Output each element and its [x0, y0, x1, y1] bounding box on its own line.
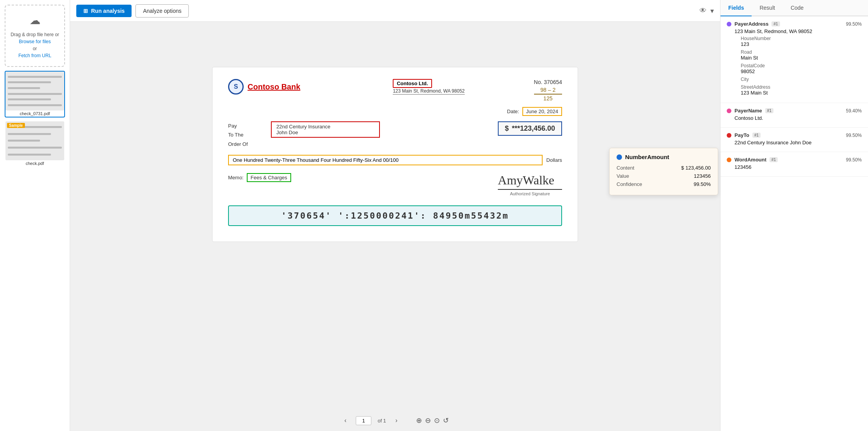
panel-tabs: Fields Result Code [720, 0, 868, 16]
chevron-down-icon[interactable]: ▾ [710, 7, 714, 15]
memo-label: Memo: [228, 175, 244, 180]
run-label: Run analysis [91, 8, 125, 14]
thumb-label-2: check.pdf [5, 160, 64, 166]
eye-icon[interactable]: 👁 [699, 7, 706, 15]
toolbar: ⊞ Run analysis Analyze options 👁 ▾ [70, 0, 720, 22]
toolbar-icons: 👁 ▾ [699, 7, 714, 15]
field-name-payer-address: PayerAddress [734, 21, 768, 27]
tab-result[interactable]: Result [752, 0, 783, 16]
sub-field-streetaddress: StreetAddress 123 Main St [741, 84, 862, 96]
field-header-word-amount: WordAmount #1 99.50% [727, 157, 862, 163]
sub-field-postalcode: PostalCode 98052 [741, 63, 862, 74]
next-page-button[interactable]: › [392, 415, 401, 426]
field-word-amount: WordAmount #1 99.50% 123456 [720, 152, 868, 177]
micr-line: '370654' ':1250000241': 84950m55432m [228, 205, 562, 226]
field-header-payto: PayTo #1 99.50% [727, 132, 862, 138]
amount-box: $ ***123,456.00 [498, 121, 562, 136]
field-dot-payto [727, 133, 731, 138]
doc-viewer[interactable]: S Contoso Bank Contoso Ltd. 123 Main St,… [70, 22, 720, 410]
memo-row: Memo: Fees & Charges [228, 173, 291, 182]
tooltip-confidence-label: Confidence [617, 181, 642, 187]
rotate-icon[interactable]: ↺ [443, 416, 449, 425]
field-value-word-amount: 123456 [734, 164, 862, 170]
tooltip-header: NumberAmount [617, 154, 711, 160]
check-number: No. 370654 [534, 79, 562, 85]
field-badge-payto: #1 [752, 133, 761, 138]
tab-code[interactable]: Code [783, 0, 811, 16]
tab-fields[interactable]: Fields [720, 0, 752, 16]
thumb-img-2: Sample [5, 121, 64, 160]
field-name-payer-name: PayerName [734, 108, 762, 114]
field-confidence-payto: 99.50% [846, 133, 862, 138]
thumb-img-1 [5, 72, 64, 110]
field-confidence-word-amount: 99.50% [846, 157, 862, 163]
field-dot-word-amount [727, 158, 731, 162]
field-header-payer-name: PayerName #1 59.40% [727, 108, 862, 114]
payto-line2: John Doe [276, 130, 374, 135]
drop-zone[interactable]: ☁ Drag & drop file here or Browse for fi… [5, 5, 65, 67]
field-value-payer-address: 123 Main St, Redmond, WA 98052 [734, 28, 862, 34]
dollars-label: Dollars [546, 157, 562, 163]
thumb-label-1: check_0731.pdf [5, 110, 64, 117]
drop-text: Drag & drop file here or [11, 32, 59, 37]
memo-sig-row: Memo: Fees & Charges AmyWalke Authorized… [228, 173, 562, 196]
fetch-link[interactable]: Fetch from URL [18, 53, 51, 58]
page-number-input[interactable] [356, 416, 371, 425]
zoom-controls: ⊕ ⊖ ⊙ ↺ [416, 416, 449, 425]
field-badge-word-amount: #1 [770, 157, 778, 162]
payto-box: 22nd Century Insurance John Doe [271, 121, 380, 138]
zoom-in-icon[interactable]: ⊕ [416, 416, 422, 425]
browse-link[interactable]: Browse for files [19, 39, 51, 44]
date-value: June 20, 2024 [522, 107, 562, 116]
number-amount-tooltip: NumberAmount Content $ 123,456.00 Value … [609, 148, 718, 195]
zoom-out-icon[interactable]: ⊖ [425, 416, 431, 425]
field-title-row-name: PayerName #1 [727, 108, 773, 114]
field-payto: PayTo #1 99.50% 22nd Century Insurance J… [720, 128, 868, 152]
upload-icon: ☁ [9, 12, 60, 29]
run-analysis-button[interactable]: ⊞ Run analysis [76, 5, 132, 17]
check-header-row: S Contoso Bank Contoso Ltd. 123 Main St,… [228, 79, 562, 102]
word-amount-row: One Hundred Twenty-Three Thousand Four H… [228, 155, 562, 165]
thumbnail-area: check_0731.pdf Sample check.pdf [5, 71, 65, 167]
amount-value: ***123,456.00 [512, 124, 555, 133]
check-fraction: 98 – 2 125 [534, 87, 562, 102]
payto-label: Pay To The Order Of [228, 121, 263, 149]
right-panel: Fields Result Code PayerAddress #1 99.50… [720, 0, 868, 431]
tooltip-confidence-row: Confidence 99.50% [617, 181, 711, 187]
field-confidence-payer-address: 99.50% [846, 21, 862, 27]
field-title-row-payto: PayTo #1 [727, 132, 761, 138]
tooltip-content-row: Content $ 123,456.00 [617, 165, 711, 171]
field-confidence-payer-name: 59.40% [846, 108, 862, 114]
payto-row: Pay To The Order Of 22nd Century Insuran… [228, 121, 562, 149]
tooltip-title: NumberAmount [625, 154, 669, 160]
analyze-options-button[interactable]: Analyze options [135, 4, 189, 18]
payer-address: 123 Main St, Redmond, WA 98052 [393, 88, 464, 95]
sub-field-housenumber: HouseNumber 123 [741, 36, 862, 47]
word-amount-box: One Hundred Twenty-Three Thousand Four H… [228, 155, 543, 165]
payer-section: Contoso Ltd. 123 Main St, Redmond, WA 98… [393, 79, 464, 95]
empty-top [212, 30, 578, 61]
sub-field-road: Road Main St [741, 49, 862, 61]
payer-name-box: Contoso Ltd. [393, 79, 432, 88]
main-content: ⊞ Run analysis Analyze options 👁 ▾ S Con… [70, 0, 720, 431]
field-name-word-amount: WordAmount [734, 157, 766, 163]
field-payer-address: PayerAddress #1 99.50% 123 Main St, Redm… [720, 16, 868, 103]
thumbnail-check-0731[interactable]: check_0731.pdf [5, 71, 65, 117]
pagination: ‹ of 1 › ⊕ ⊖ ⊙ ↺ [70, 410, 720, 431]
field-name-payto: PayTo [734, 132, 749, 138]
sidebar: ☁ Drag & drop file here or Browse for fi… [0, 0, 70, 431]
tooltip-dot [617, 154, 622, 160]
bank-name: Contoso Bank [248, 82, 300, 91]
date-row: Date: June 20, 2024 [228, 107, 562, 116]
field-title-row: PayerAddress #1 [727, 21, 780, 27]
payer-name: Contoso Ltd. [397, 81, 428, 86]
field-dot-payer-address [727, 22, 731, 26]
memo-value: Fees & Charges [247, 173, 291, 182]
signature-image: AmyWalke [498, 173, 562, 190]
thumbnail-check[interactable]: Sample check.pdf [5, 121, 65, 167]
analyze-label: Analyze options [143, 8, 181, 14]
sub-field-city: City [741, 77, 862, 82]
empty-bottom [212, 248, 578, 279]
prev-page-button[interactable]: ‹ [341, 415, 350, 426]
fit-icon[interactable]: ⊙ [434, 416, 440, 425]
